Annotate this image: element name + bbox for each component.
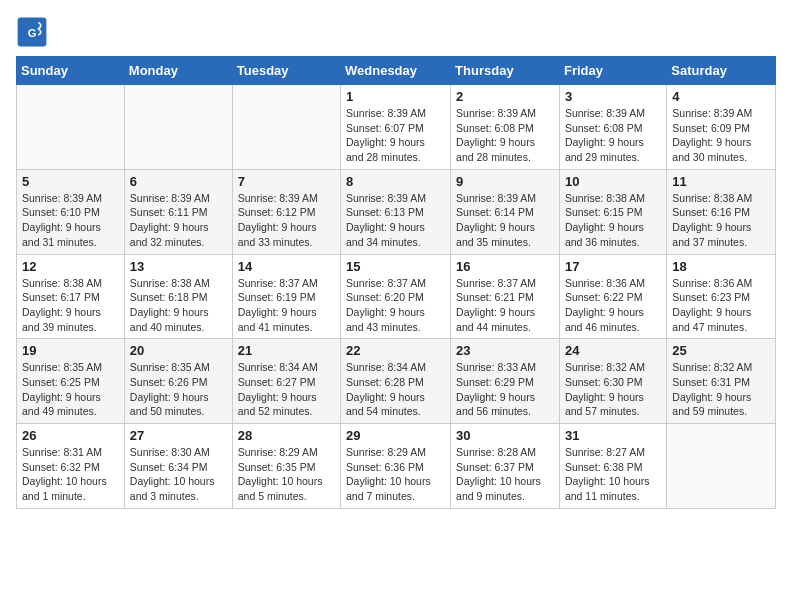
- day-info: Sunrise: 8:29 AM Sunset: 6:36 PM Dayligh…: [346, 445, 445, 504]
- calendar-cell: 28Sunrise: 8:29 AM Sunset: 6:35 PM Dayli…: [232, 424, 340, 509]
- calendar-cell: 27Sunrise: 8:30 AM Sunset: 6:34 PM Dayli…: [124, 424, 232, 509]
- calendar-cell: 4Sunrise: 8:39 AM Sunset: 6:09 PM Daylig…: [667, 85, 776, 170]
- day-number: 27: [130, 428, 227, 443]
- day-number: 31: [565, 428, 661, 443]
- calendar-cell: 20Sunrise: 8:35 AM Sunset: 6:26 PM Dayli…: [124, 339, 232, 424]
- day-info: Sunrise: 8:27 AM Sunset: 6:38 PM Dayligh…: [565, 445, 661, 504]
- week-row: 26Sunrise: 8:31 AM Sunset: 6:32 PM Dayli…: [17, 424, 776, 509]
- day-info: Sunrise: 8:37 AM Sunset: 6:21 PM Dayligh…: [456, 276, 554, 335]
- day-info: Sunrise: 8:33 AM Sunset: 6:29 PM Dayligh…: [456, 360, 554, 419]
- day-info: Sunrise: 8:36 AM Sunset: 6:23 PM Dayligh…: [672, 276, 770, 335]
- calendar-cell: 17Sunrise: 8:36 AM Sunset: 6:22 PM Dayli…: [559, 254, 666, 339]
- calendar-cell: 5Sunrise: 8:39 AM Sunset: 6:10 PM Daylig…: [17, 169, 125, 254]
- day-info: Sunrise: 8:39 AM Sunset: 6:09 PM Dayligh…: [672, 106, 770, 165]
- day-number: 9: [456, 174, 554, 189]
- svg-text:G: G: [28, 27, 37, 39]
- day-number: 19: [22, 343, 119, 358]
- day-info: Sunrise: 8:36 AM Sunset: 6:22 PM Dayligh…: [565, 276, 661, 335]
- day-number: 23: [456, 343, 554, 358]
- day-info: Sunrise: 8:32 AM Sunset: 6:31 PM Dayligh…: [672, 360, 770, 419]
- header-cell-wednesday: Wednesday: [341, 57, 451, 85]
- calendar-cell: 6Sunrise: 8:39 AM Sunset: 6:11 PM Daylig…: [124, 169, 232, 254]
- day-info: Sunrise: 8:34 AM Sunset: 6:28 PM Dayligh…: [346, 360, 445, 419]
- calendar-cell: [232, 85, 340, 170]
- calendar-cell: 29Sunrise: 8:29 AM Sunset: 6:36 PM Dayli…: [341, 424, 451, 509]
- day-info: Sunrise: 8:28 AM Sunset: 6:37 PM Dayligh…: [456, 445, 554, 504]
- day-info: Sunrise: 8:37 AM Sunset: 6:20 PM Dayligh…: [346, 276, 445, 335]
- day-info: Sunrise: 8:38 AM Sunset: 6:16 PM Dayligh…: [672, 191, 770, 250]
- logo: G: [16, 16, 52, 48]
- day-number: 3: [565, 89, 661, 104]
- day-number: 14: [238, 259, 335, 274]
- header-row: SundayMondayTuesdayWednesdayThursdayFrid…: [17, 57, 776, 85]
- day-info: Sunrise: 8:39 AM Sunset: 6:11 PM Dayligh…: [130, 191, 227, 250]
- day-number: 10: [565, 174, 661, 189]
- calendar-cell: [667, 424, 776, 509]
- day-info: Sunrise: 8:38 AM Sunset: 6:15 PM Dayligh…: [565, 191, 661, 250]
- calendar-cell: [17, 85, 125, 170]
- calendar-cell: 8Sunrise: 8:39 AM Sunset: 6:13 PM Daylig…: [341, 169, 451, 254]
- day-number: 16: [456, 259, 554, 274]
- week-row: 5Sunrise: 8:39 AM Sunset: 6:10 PM Daylig…: [17, 169, 776, 254]
- day-info: Sunrise: 8:31 AM Sunset: 6:32 PM Dayligh…: [22, 445, 119, 504]
- calendar-cell: 15Sunrise: 8:37 AM Sunset: 6:20 PM Dayli…: [341, 254, 451, 339]
- day-info: Sunrise: 8:30 AM Sunset: 6:34 PM Dayligh…: [130, 445, 227, 504]
- day-number: 22: [346, 343, 445, 358]
- day-number: 21: [238, 343, 335, 358]
- day-info: Sunrise: 8:32 AM Sunset: 6:30 PM Dayligh…: [565, 360, 661, 419]
- calendar-table: SundayMondayTuesdayWednesdayThursdayFrid…: [16, 56, 776, 509]
- day-number: 11: [672, 174, 770, 189]
- day-number: 28: [238, 428, 335, 443]
- week-row: 19Sunrise: 8:35 AM Sunset: 6:25 PM Dayli…: [17, 339, 776, 424]
- calendar-cell: 14Sunrise: 8:37 AM Sunset: 6:19 PM Dayli…: [232, 254, 340, 339]
- calendar-cell: 10Sunrise: 8:38 AM Sunset: 6:15 PM Dayli…: [559, 169, 666, 254]
- calendar-cell: 13Sunrise: 8:38 AM Sunset: 6:18 PM Dayli…: [124, 254, 232, 339]
- day-info: Sunrise: 8:39 AM Sunset: 6:14 PM Dayligh…: [456, 191, 554, 250]
- day-number: 25: [672, 343, 770, 358]
- day-number: 1: [346, 89, 445, 104]
- calendar-cell: 21Sunrise: 8:34 AM Sunset: 6:27 PM Dayli…: [232, 339, 340, 424]
- day-info: Sunrise: 8:35 AM Sunset: 6:26 PM Dayligh…: [130, 360, 227, 419]
- header-cell-tuesday: Tuesday: [232, 57, 340, 85]
- day-number: 29: [346, 428, 445, 443]
- calendar-cell: 9Sunrise: 8:39 AM Sunset: 6:14 PM Daylig…: [451, 169, 560, 254]
- day-info: Sunrise: 8:39 AM Sunset: 6:10 PM Dayligh…: [22, 191, 119, 250]
- day-info: Sunrise: 8:35 AM Sunset: 6:25 PM Dayligh…: [22, 360, 119, 419]
- day-number: 17: [565, 259, 661, 274]
- day-info: Sunrise: 8:37 AM Sunset: 6:19 PM Dayligh…: [238, 276, 335, 335]
- day-number: 4: [672, 89, 770, 104]
- header-cell-friday: Friday: [559, 57, 666, 85]
- calendar-cell: 24Sunrise: 8:32 AM Sunset: 6:30 PM Dayli…: [559, 339, 666, 424]
- day-number: 26: [22, 428, 119, 443]
- calendar-cell: 2Sunrise: 8:39 AM Sunset: 6:08 PM Daylig…: [451, 85, 560, 170]
- day-info: Sunrise: 8:38 AM Sunset: 6:17 PM Dayligh…: [22, 276, 119, 335]
- calendar-cell: 12Sunrise: 8:38 AM Sunset: 6:17 PM Dayli…: [17, 254, 125, 339]
- day-number: 13: [130, 259, 227, 274]
- calendar-cell: 1Sunrise: 8:39 AM Sunset: 6:07 PM Daylig…: [341, 85, 451, 170]
- logo-icon: G: [16, 16, 48, 48]
- header-cell-saturday: Saturday: [667, 57, 776, 85]
- day-info: Sunrise: 8:39 AM Sunset: 6:13 PM Dayligh…: [346, 191, 445, 250]
- day-number: 6: [130, 174, 227, 189]
- calendar-cell: 26Sunrise: 8:31 AM Sunset: 6:32 PM Dayli…: [17, 424, 125, 509]
- calendar-cell: 22Sunrise: 8:34 AM Sunset: 6:28 PM Dayli…: [341, 339, 451, 424]
- day-info: Sunrise: 8:34 AM Sunset: 6:27 PM Dayligh…: [238, 360, 335, 419]
- day-info: Sunrise: 8:39 AM Sunset: 6:08 PM Dayligh…: [565, 106, 661, 165]
- day-number: 7: [238, 174, 335, 189]
- day-info: Sunrise: 8:29 AM Sunset: 6:35 PM Dayligh…: [238, 445, 335, 504]
- day-info: Sunrise: 8:39 AM Sunset: 6:07 PM Dayligh…: [346, 106, 445, 165]
- day-info: Sunrise: 8:39 AM Sunset: 6:12 PM Dayligh…: [238, 191, 335, 250]
- calendar-cell: 19Sunrise: 8:35 AM Sunset: 6:25 PM Dayli…: [17, 339, 125, 424]
- calendar-cell: 23Sunrise: 8:33 AM Sunset: 6:29 PM Dayli…: [451, 339, 560, 424]
- header-cell-monday: Monday: [124, 57, 232, 85]
- day-info: Sunrise: 8:39 AM Sunset: 6:08 PM Dayligh…: [456, 106, 554, 165]
- day-number: 24: [565, 343, 661, 358]
- calendar-cell: 18Sunrise: 8:36 AM Sunset: 6:23 PM Dayli…: [667, 254, 776, 339]
- day-number: 18: [672, 259, 770, 274]
- calendar-cell: 30Sunrise: 8:28 AM Sunset: 6:37 PM Dayli…: [451, 424, 560, 509]
- day-number: 12: [22, 259, 119, 274]
- calendar-cell: 3Sunrise: 8:39 AM Sunset: 6:08 PM Daylig…: [559, 85, 666, 170]
- week-row: 1Sunrise: 8:39 AM Sunset: 6:07 PM Daylig…: [17, 85, 776, 170]
- calendar-cell: 16Sunrise: 8:37 AM Sunset: 6:21 PM Dayli…: [451, 254, 560, 339]
- day-number: 15: [346, 259, 445, 274]
